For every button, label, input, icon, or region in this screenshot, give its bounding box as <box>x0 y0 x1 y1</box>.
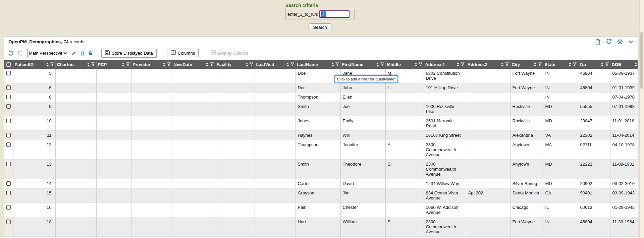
filter-icon[interactable] <box>605 62 609 66</box>
filter-icon[interactable] <box>91 62 95 66</box>
sort-icon[interactable] <box>286 62 289 67</box>
sort-icon[interactable] <box>245 62 248 67</box>
document-icon[interactable] <box>595 39 601 45</box>
scrollbar-thumb[interactable] <box>640 32 643 89</box>
cell-pcp <box>96 93 131 102</box>
data-grid: PatientIDChartnoPCPProviderNewDateFacili… <box>4 60 638 238</box>
cell-middle <box>385 203 424 217</box>
column-header-state[interactable]: State <box>543 60 578 69</box>
column-header-lastvisit[interactable]: LastVisit <box>255 60 296 69</box>
chevron-down-icon[interactable] <box>628 39 634 45</box>
undo-icon[interactable] <box>8 50 14 56</box>
column-header-firstname[interactable]: FirstName <box>340 60 385 69</box>
table-row: 14CarterDavid1234 Willow WaySilver Sprin… <box>4 179 638 188</box>
vertical-scrollbar[interactable] <box>639 0 644 238</box>
filter-icon[interactable] <box>126 62 130 66</box>
row-checkbox[interactable] <box>6 133 11 137</box>
filter-icon[interactable] <box>167 62 171 66</box>
filter-icon[interactable] <box>210 62 214 66</box>
row-checkbox[interactable] <box>6 181 11 186</box>
column-header-dob[interactable]: DOB <box>610 60 638 69</box>
column-header-facility[interactable]: Facility <box>215 60 255 69</box>
edit-pencil-icon[interactable] <box>71 51 77 56</box>
column-header-patientid[interactable]: PatientID <box>13 60 55 69</box>
cell-newdate <box>172 102 215 116</box>
perspective-select[interactable]: Main Perspective <box>27 49 68 57</box>
cell-address1: 1600 Rockville Pike <box>424 102 466 116</box>
search-button[interactable]: Search <box>309 23 331 31</box>
select-all-checkbox[interactable] <box>6 62 11 67</box>
row-checkbox[interactable] <box>6 191 11 195</box>
sort-icon[interactable] <box>501 62 504 67</box>
filter-icon[interactable] <box>505 62 509 66</box>
column-header-provider[interactable]: Provider <box>131 60 172 69</box>
column-header-address2[interactable]: Address2 <box>466 60 510 69</box>
cell-state: IN <box>543 93 578 102</box>
row-checkbox[interactable] <box>6 220 11 224</box>
run-input[interactable]: 1 <box>319 10 350 18</box>
cell-facility <box>215 237 255 238</box>
cell-pcp <box>96 131 131 140</box>
row-checkbox[interactable] <box>6 142 11 147</box>
row-checkbox[interactable] <box>6 104 11 109</box>
cell-newdate <box>172 217 215 237</box>
column-header-newdate[interactable]: NewDate <box>172 60 215 69</box>
column-header-chartno[interactable]: Chartno <box>55 60 96 69</box>
cell-chartno <box>55 116 96 131</box>
cell-address1: 101 Hilltop Drive <box>424 83 466 93</box>
sort-icon[interactable] <box>569 62 572 67</box>
lock-icon[interactable] <box>88 51 93 56</box>
row-checkbox[interactable] <box>6 162 11 166</box>
save-icon <box>105 50 110 56</box>
column-header-address1[interactable]: Address1 <box>424 60 466 69</box>
sort-icon[interactable] <box>206 62 209 67</box>
cell-address2 <box>466 179 510 188</box>
filter-icon[interactable] <box>461 62 465 66</box>
filter-icon[interactable] <box>419 62 422 66</box>
filter-icon[interactable] <box>538 62 542 66</box>
filter-icon[interactable] <box>290 62 294 66</box>
store-displayed-data-label: Store Displayed Data <box>112 51 153 56</box>
sort-icon[interactable] <box>634 62 637 67</box>
redo-icon[interactable] <box>17 50 23 56</box>
filter-icon[interactable] <box>573 62 577 66</box>
store-displayed-data-button[interactable]: Store Displayed Data <box>101 49 157 58</box>
sort-icon[interactable] <box>46 62 49 67</box>
sort-icon[interactable] <box>331 62 334 67</box>
cell-firstname: William <box>340 237 385 238</box>
cell-address1: 2300 Commonwealth Avenue <box>424 140 466 160</box>
sort-icon[interactable] <box>414 62 417 67</box>
cell-lastname: Doe <box>296 69 340 83</box>
cell-facility <box>215 140 255 160</box>
sort-icon[interactable] <box>122 62 125 67</box>
cell-patientid: 5 <box>13 69 55 83</box>
column-header-city[interactable]: City <box>510 60 543 69</box>
column-header-middle[interactable]: Middle <box>385 60 424 69</box>
table-row: 10JonesEmily2501 Merrvale RoadRockvilleM… <box>4 116 638 131</box>
trash-icon[interactable] <box>80 51 85 56</box>
sort-icon[interactable] <box>163 62 166 67</box>
filter-icon[interactable] <box>250 62 253 66</box>
row-checkbox[interactable] <box>6 119 11 123</box>
gear-icon[interactable] <box>617 39 623 45</box>
filter-icon[interactable] <box>380 62 384 66</box>
refresh-icon[interactable] <box>606 39 612 45</box>
cell-address2 <box>466 217 510 237</box>
row-checkbox[interactable] <box>6 205 11 210</box>
columns-button[interactable]: Columns <box>167 49 199 57</box>
row-checkbox[interactable] <box>6 95 11 99</box>
filter-icon[interactable] <box>50 62 54 66</box>
sort-icon[interactable] <box>601 62 604 67</box>
row-checkbox[interactable] <box>6 71 11 75</box>
row-checkbox[interactable] <box>6 85 11 90</box>
column-header-zip[interactable]: Zip <box>578 60 610 69</box>
sort-icon[interactable] <box>87 62 90 67</box>
cell-lastname: Thompson <box>296 93 340 102</box>
filter-icon[interactable] <box>335 62 339 66</box>
sort-icon[interactable] <box>457 62 460 67</box>
sort-icon[interactable] <box>534 62 537 67</box>
column-header-pcp[interactable]: PCP <box>96 60 131 69</box>
sort-icon[interactable] <box>376 62 379 67</box>
column-label: State <box>545 62 555 67</box>
column-header-lastname[interactable]: LastName <box>296 60 340 69</box>
